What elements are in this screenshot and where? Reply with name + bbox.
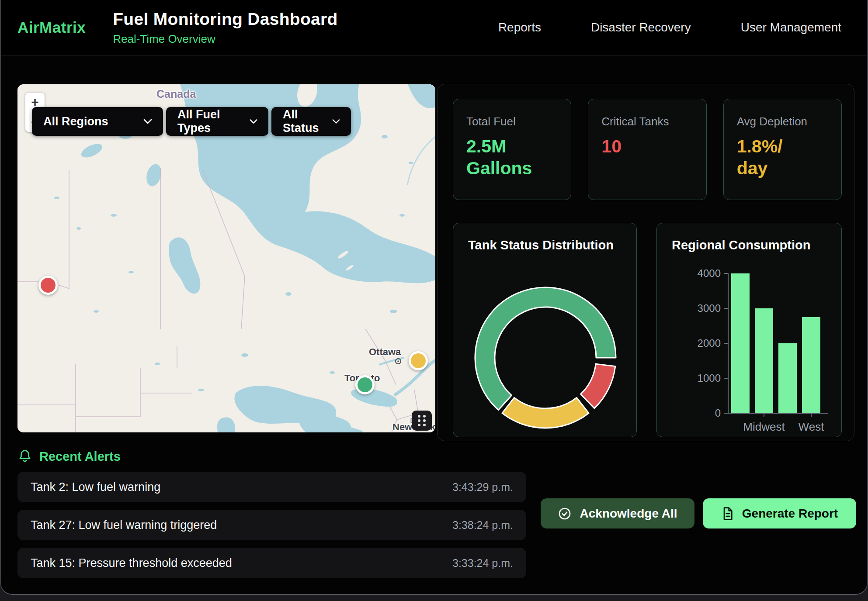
alert-row[interactable]: Tank 27: Low fuel warning triggered3:38:…	[17, 510, 526, 540]
stat-value: 2.5M Gallons	[466, 135, 536, 180]
filter-select-all-fuel-types[interactable]: All Fuel Types	[166, 107, 268, 136]
map-filters: All RegionsAll Fuel TypesAll Status	[32, 107, 351, 136]
map-city-label-ottawa: Ottawa	[369, 346, 401, 358]
check-circle-icon	[558, 507, 572, 521]
regional-consumption-bar-chart[interactable]: 01000200030004000MidwestWest	[657, 223, 843, 438]
y-tick-label: 1000	[698, 372, 721, 384]
generate-report-button[interactable]: Generate Report	[703, 498, 856, 528]
tank-status-donut-chart[interactable]	[453, 223, 638, 438]
app-window: AirMatrix Fuel Monitoring Dashboard Real…	[0, 0, 868, 595]
stat-card-total-fuel: Total Fuel2.5M Gallons	[453, 99, 571, 200]
y-tick-label: 3000	[698, 302, 721, 314]
x-tick-label: West	[799, 420, 825, 433]
brand-logo: AirMatrix	[17, 19, 86, 36]
overview-panel: Total Fuel2.5M GallonsCritical Tanks10Av…	[437, 84, 854, 441]
chevron-down-icon	[332, 118, 340, 124]
stat-label: Total Fuel	[466, 115, 558, 128]
alert-time: 3:43:29 p.m.	[452, 481, 513, 494]
bar-region-3[interactable]	[778, 343, 797, 413]
donut-segment-warning[interactable]	[502, 397, 589, 428]
acknowledge-all-button[interactable]: Acknowledge All	[541, 498, 694, 528]
document-icon	[721, 507, 734, 521]
bar-region-1[interactable]	[731, 273, 750, 413]
filter-select-all-status[interactable]: All Status	[271, 107, 351, 136]
resize-handle[interactable]	[412, 411, 432, 431]
page-subtitle: Real-Time Overview	[113, 32, 337, 46]
bell-icon	[17, 449, 32, 464]
acknowledge-all-label: Acknowledge All	[580, 507, 677, 521]
stat-value: 10	[601, 135, 671, 157]
alert-time: 3:33:24 p.m.	[452, 557, 513, 570]
bar-west[interactable]	[802, 317, 820, 413]
alert-row[interactable]: Tank 15: Pressure threshold exceeded3:33…	[17, 548, 526, 578]
title-block: Fuel Monitoring Dashboard Real-Time Over…	[113, 10, 337, 46]
stat-value: 1.8%/ day	[737, 135, 807, 180]
regional-consumption-card: Regional Consumption 01000200030004000Mi…	[656, 223, 842, 437]
chevron-down-icon	[143, 118, 153, 124]
y-tick-label: 2000	[698, 337, 721, 349]
main-nav: ReportsDisaster RecoveryUser Management	[498, 21, 841, 35]
map-canvas[interactable]: Canada Ottawa Toronto New York + − All R…	[17, 84, 435, 432]
stat-label: Critical Tanks	[601, 115, 693, 128]
chevron-down-icon	[249, 118, 258, 124]
alert-time: 3:38:24 p.m.	[452, 519, 513, 532]
alert-list: Tank 2: Low fuel warning3:43:29 p.m.Tank…	[17, 472, 526, 586]
tank-status-card: Tank Status Distribution	[453, 223, 637, 437]
tank-marker-normal[interactable]	[355, 375, 375, 394]
stat-card-avg-depletion: Avg Depletion1.8%/ day	[723, 99, 842, 200]
nav-item-disaster-recovery[interactable]: Disaster Recovery	[591, 21, 691, 35]
nav-item-user-management[interactable]: User Management	[741, 21, 841, 35]
filter-value: All Status	[283, 108, 332, 135]
alert-text: Tank 15: Pressure threshold exceeded	[31, 556, 232, 570]
recent-alerts-title: Recent Alerts	[39, 449, 121, 464]
town-icon	[395, 358, 402, 365]
filter-value: All Regions	[43, 115, 108, 128]
stat-label: Avg Depletion	[737, 115, 828, 128]
nav-item-reports[interactable]: Reports	[498, 21, 541, 35]
donut-segment-critical[interactable]	[581, 364, 615, 408]
map-country-label: Canada	[156, 88, 196, 100]
bar-midwest[interactable]	[755, 308, 773, 413]
recent-alerts-heading: Recent Alerts	[17, 449, 121, 464]
charts-row: Tank Status Distribution Regional Consum…	[453, 223, 842, 437]
y-tick-label: 0	[715, 407, 721, 419]
filter-select-all-regions[interactable]: All Regions	[32, 107, 163, 136]
alert-text: Tank 27: Low fuel warning triggered	[31, 518, 217, 532]
stat-card-critical-tanks: Critical Tanks10	[588, 99, 706, 200]
x-tick-label: Midwest	[743, 420, 785, 433]
tank-marker-critical[interactable]	[38, 276, 58, 295]
filter-value: All Fuel Types	[177, 108, 249, 135]
generate-report-label: Generate Report	[742, 507, 838, 521]
page-title: Fuel Monitoring Dashboard	[113, 10, 337, 29]
y-tick-label: 4000	[698, 267, 721, 279]
alert-text: Tank 2: Low fuel warning	[31, 480, 160, 494]
tank-marker-warning[interactable]	[409, 351, 428, 370]
header: AirMatrix Fuel Monitoring Dashboard Real…	[1, 0, 867, 55]
drag-dots-icon	[416, 413, 427, 428]
alert-row[interactable]: Tank 2: Low fuel warning3:43:29 p.m.	[17, 472, 526, 502]
stat-cards: Total Fuel2.5M GallonsCritical Tanks10Av…	[453, 99, 842, 200]
